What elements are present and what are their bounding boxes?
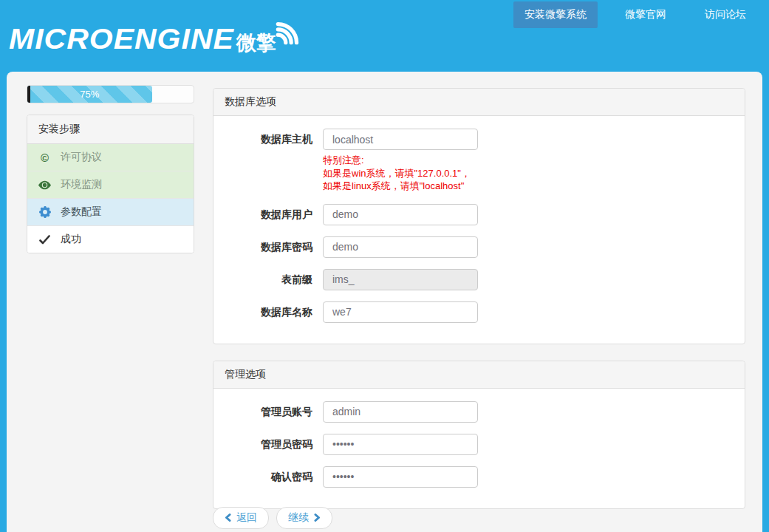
step-label: 成功	[61, 233, 81, 246]
chevron-right-icon	[314, 512, 321, 524]
nav-forum[interactable]: 访问论坛	[694, 1, 757, 28]
nav-install-system[interactable]: 安装微擎系统	[513, 1, 598, 28]
step-parameters[interactable]: 参数配置	[27, 199, 194, 226]
warning-line: 如果是linux系统，请填"localhost"	[323, 180, 734, 193]
progress-fill: 75%	[27, 86, 152, 103]
db-password-row: 数据库密码	[225, 236, 734, 258]
db-name-label: 数据库名称	[225, 301, 323, 319]
admin-password-input[interactable]	[323, 434, 478, 455]
db-host-warning: 特别注意: 如果是win系统，请填"127.0.0.1"， 如果是linux系统…	[323, 154, 734, 193]
admin-options-panel: 管理选项 管理员账号 管理员密码 确认密码	[213, 361, 745, 509]
install-steps-panel: 安装步骤 © 许可协议 环境监测	[27, 115, 194, 253]
eye-icon	[38, 179, 51, 191]
license-icon: ©	[38, 151, 51, 164]
db-name-row: 数据库名称	[225, 301, 734, 323]
db-name-input[interactable]	[323, 301, 478, 323]
db-user-input[interactable]	[323, 204, 478, 225]
step-label: 环境监测	[61, 178, 102, 191]
microengine-logo: MICROENGINE 微擎	[9, 16, 304, 55]
chevron-left-icon	[225, 512, 231, 524]
db-password-input[interactable]	[323, 236, 478, 258]
admin-account-label: 管理员账号	[225, 401, 323, 419]
back-button-label: 返回	[236, 511, 257, 525]
continue-button[interactable]: 继续	[276, 507, 332, 529]
admin-panel-title: 管理选项	[213, 361, 745, 389]
confirm-password-label: 确认密码	[225, 466, 323, 484]
db-user-label: 数据库用户	[225, 204, 323, 222]
table-prefix-label: 表前缀	[225, 269, 323, 287]
database-panel-title: 数据库选项	[213, 89, 745, 116]
install-sidebar: 75% 安装步骤 © 许可协议 环境监测	[27, 85, 194, 253]
database-options-panel: 数据库选项 数据库主机 特别注意: 如果是win系统，请填"127.0.0.1"…	[213, 88, 745, 344]
nav-official-site[interactable]: 微擎官网	[614, 1, 677, 28]
check-icon	[38, 233, 51, 246]
logo-cn-text: 微擎	[236, 33, 276, 55]
admin-password-row: 管理员密码	[225, 434, 734, 455]
db-password-label: 数据库密码	[225, 236, 323, 254]
step-label: 许可协议	[61, 151, 102, 164]
db-host-label: 数据库主机	[225, 129, 323, 146]
top-header: MICROENGINE 微擎 安装微擎系统 微擎官网 访问论坛	[0, 0, 769, 72]
gear-icon	[38, 206, 51, 219]
step-environment-check[interactable]: 环境监测	[27, 171, 194, 199]
content-wrapper: 75% 安装步骤 © 许可协议 环境监测	[7, 72, 762, 532]
continue-button-label: 继续	[288, 511, 309, 525]
warning-line: 如果是win系统，请填"127.0.0.1"，	[323, 167, 734, 180]
db-user-row: 数据库用户	[225, 204, 734, 225]
table-prefix-row: 表前缀	[225, 269, 734, 290]
step-label: 参数配置	[61, 205, 102, 219]
wifi-signal-icon	[273, 16, 304, 50]
header-nav: 安装微擎系统 微擎官网 访问论坛	[513, 1, 757, 28]
main-column: 数据库选项 数据库主机 特别注意: 如果是win系统，请填"127.0.0.1"…	[213, 88, 745, 509]
progress-left-notch	[27, 85, 30, 103]
admin-password-label: 管理员密码	[225, 434, 323, 451]
logo-text: MICROENGINE	[9, 25, 234, 54]
back-button[interactable]: 返回	[213, 507, 269, 529]
step-license[interactable]: © 许可协议	[27, 144, 194, 171]
step-success[interactable]: 成功	[27, 226, 194, 253]
wizard-footer: 返回 继续	[213, 507, 332, 529]
install-progress-bar: 75%	[27, 85, 194, 103]
confirm-password-row: 确认密码	[225, 466, 734, 488]
warning-line: 特别注意:	[323, 154, 734, 167]
confirm-password-input[interactable]	[323, 466, 478, 488]
admin-account-input[interactable]	[323, 401, 478, 423]
steps-panel-title: 安装步骤	[27, 115, 194, 144]
admin-account-row: 管理员账号	[225, 401, 734, 423]
db-host-input[interactable]	[323, 129, 478, 150]
db-host-row: 数据库主机	[225, 129, 734, 150]
table-prefix-input	[323, 269, 478, 290]
progress-label: 75%	[80, 89, 99, 100]
